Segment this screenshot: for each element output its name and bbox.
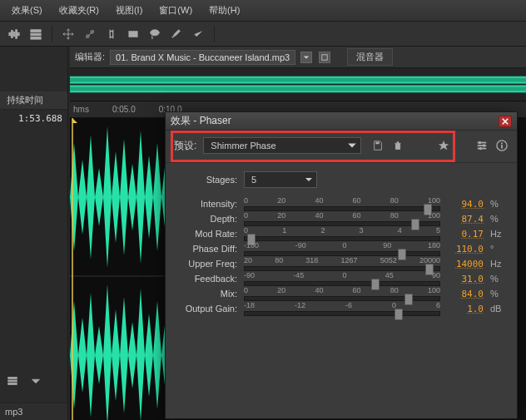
svg-rect-1 [12,30,13,37]
param-row: Intensity:02040608010094.0% [176,196,507,211]
slider-ticks: -180-90090180 [244,241,440,250]
param-slider[interactable]: -180-90090180 [244,241,440,256]
param-row: Phase Diff:-180-90090180110.0° [176,241,507,256]
menu-favorites[interactable]: 收藏夹(R) [52,2,106,19]
param-value[interactable]: 84.0 [447,289,484,299]
info-icon[interactable] [495,139,509,152]
brush-tool-icon[interactable] [167,25,186,43]
menu-window[interactable]: 窗口(W) [152,2,199,19]
phaser-dialog: 效果 - Phaser 预设: Shimmer Phase Stages: 5 [165,111,518,419]
menu-view[interactable]: 视图(I) [109,2,149,19]
waveform-overview[interactable] [70,68,526,101]
slider-tick-label: 40 [315,286,323,294]
stages-label: Stages: [176,175,237,185]
param-unit: dB [490,304,504,314]
dialog-title: 效果 - Phaser [171,114,231,128]
slider-tick-label: 45 [385,271,394,279]
marquee-tool-icon[interactable] [124,25,142,43]
param-value[interactable]: 110.0 [447,244,484,254]
svg-rect-32 [501,143,503,145]
editor-recent-button[interactable] [319,52,330,63]
heal-tool-icon[interactable] [189,25,207,43]
param-slider[interactable]: -18-12-606 [244,301,440,316]
toolbar-separator [52,26,52,42]
ruler-tick: 0:05.0 [112,105,136,114]
stages-dropdown[interactable]: 5 [244,171,317,188]
svg-rect-5 [31,29,41,32]
time-select-icon[interactable] [102,25,121,43]
editor-dropdown-button[interactable] [300,52,312,63]
param-label: Feedback: [176,274,237,284]
slider-tick-label: 20 [277,196,285,205]
slider-tick-label: 40 [315,196,323,205]
param-label: Intensity: [176,199,237,209]
svg-rect-18 [70,86,526,91]
param-row: Mix:02040608010084.0% [176,286,507,301]
slider-tick-label: 90 [383,241,391,250]
svg-rect-0 [9,32,11,36]
param-slider[interactable]: 020406080100 [244,196,440,211]
delete-preset-icon[interactable] [391,139,404,152]
lasso-tool-icon[interactable] [146,25,164,43]
slider-tick-label: 60 [353,196,361,205]
favorite-icon[interactable] [437,139,450,152]
editor-file-tab[interactable]: 01. Brand X Music - Buccaneer Island.mp3 [110,50,295,65]
slider-tick-label: 6 [436,301,440,309]
menu-effects[interactable]: 效果(S) [5,2,49,19]
dialog-close-button[interactable] [499,116,512,127]
toolbar-separator [214,26,215,42]
param-unit: % [490,214,504,224]
param-slider[interactable]: -90-4504590 [244,271,440,286]
param-value[interactable]: 14000 [447,259,484,269]
settings-icon[interactable] [475,139,489,152]
slider-thumb[interactable] [394,309,403,320]
slider-tick-label: 60 [353,211,361,220]
param-value[interactable]: 0.17 [447,229,484,240]
param-label: Mod Rate: [176,229,237,239]
svg-point-27 [479,141,482,145]
slider-tick-label: -45 [293,271,304,279]
svg-rect-10 [8,378,17,379]
svg-rect-4 [17,32,19,36]
move-tool-icon[interactable] [59,25,77,43]
svg-rect-6 [31,33,41,36]
panel-menu-icon[interactable] [27,372,45,390]
left-panel: 持续时间 1:53.688 mp3 [0,47,68,420]
save-preset-icon[interactable] [371,139,385,152]
menu-help[interactable]: 帮助(H) [202,2,246,19]
tool-multitrack-icon[interactable] [27,25,45,43]
param-slider[interactable]: 012345 [244,226,440,241]
slider-tick-label: 0 [244,211,248,220]
slider-tick-label: -90 [244,271,255,279]
tool-waveform-icon[interactable] [5,25,23,43]
param-unit: % [490,199,504,209]
slider-track[interactable] [244,311,440,316]
param-value[interactable]: 31.0 [447,274,484,284]
param-row: Output Gain:-18-12-6061.0dB [176,301,507,316]
param-slider[interactable]: 020406080100 [244,211,440,226]
preset-dropdown[interactable]: Shimmer Phase [203,137,361,154]
svg-rect-13 [322,54,327,59]
param-slider[interactable]: 020406080100 [244,286,440,301]
slider-tick-label: 80 [390,196,399,205]
param-label: Phase Diff: [176,244,237,254]
mixer-tab[interactable]: 混音器 [347,48,393,66]
param-row: Mod Rate:0123450.17Hz [176,226,507,241]
slider-tick-label: 0 [342,271,346,279]
param-label: Output Gain: [176,304,237,314]
preset-label: 预设: [174,139,196,153]
preset-row: 预设: Shimmer Phase [166,131,517,163]
list-toggle-icon[interactable] [3,372,22,390]
param-slider[interactable]: 20803181267505220000 [244,256,440,271]
param-value[interactable]: 94.0 [447,199,484,210]
slider-tick-label: 0 [244,196,248,205]
svg-rect-3 [16,29,17,38]
param-value[interactable]: 87.4 [447,214,484,225]
razor-tool-icon[interactable] [81,25,99,43]
svg-rect-2 [13,32,15,36]
slider-tick-label: 3 [360,226,364,235]
dialog-titlebar[interactable]: 效果 - Phaser [166,112,517,131]
slider-tick-label: 5052 [380,256,397,264]
param-value[interactable]: 1.0 [447,304,484,314]
slider-ticks: -90-4504590 [244,271,440,279]
